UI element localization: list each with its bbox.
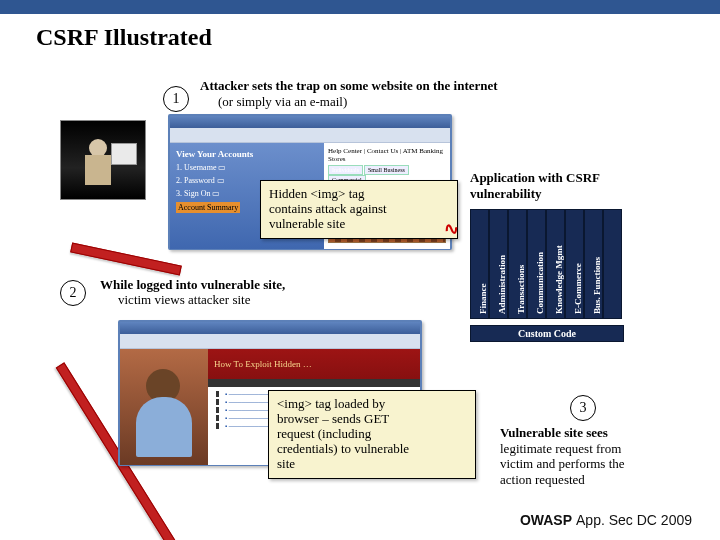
callout2-l3: request (including: [277, 427, 467, 442]
callout2-l5: site: [277, 457, 467, 472]
step-badge-2: 2: [60, 280, 86, 306]
slide-title: CSRF Illustrated: [36, 24, 212, 51]
step-badge-3: 3: [570, 395, 596, 421]
callout2-l2: browser – sends GET: [277, 412, 467, 427]
victim-photo: [120, 349, 208, 465]
step-2-line-2: victim views attacker site: [100, 293, 250, 308]
callout2-l4: credentials) to vulnerable: [277, 442, 467, 457]
step-3-line-1: Vulnerable site sees: [500, 425, 700, 441]
callout1-l1: Hidden <img> tag: [269, 187, 449, 202]
step-3-line-3: victim and performs the: [500, 456, 700, 472]
callout-hidden-img: Hidden <img> tag contains attack against…: [260, 180, 458, 239]
step-2-caption: While logged into vulnerable site, victi…: [100, 278, 340, 308]
step-1-line-2: (or simply via an e-mail): [200, 94, 600, 110]
connector-arrow-1: [70, 242, 182, 275]
exploit-banner: How To Exploit Hidden …: [208, 349, 420, 379]
step-3-caption: Vulnerable site sees legitimate request …: [500, 425, 700, 487]
step-badge-1: 1: [163, 86, 189, 112]
attacker-illustration: [60, 120, 146, 200]
step-3-line-4: action requested: [500, 472, 700, 488]
step-1-caption: Attacker sets the trap on some website o…: [200, 78, 600, 110]
bank-menu: Account Summary: [176, 202, 240, 213]
app-modules: Accounts Finance Administration Transact…: [470, 209, 670, 319]
squiggle-icon: ∿: [442, 218, 460, 241]
callout-img-load: <img> tag loaded by browser – sends GET …: [268, 390, 476, 479]
bank-tab-smallbiz: Small Business: [364, 165, 409, 175]
bank-tab-individuals: Individuals: [328, 165, 363, 175]
custom-code-block: Custom Code: [470, 325, 624, 342]
slide-topbar: [0, 0, 720, 14]
slide-footer: OWASPApp. Sec DC 2009: [520, 512, 692, 528]
step-1-line-1: Attacker sets the trap on some website o…: [200, 78, 600, 94]
footer-rest: App. Sec DC 2009: [576, 512, 692, 528]
application-column: Application with CSRF vulnerability Acco…: [470, 170, 670, 342]
footer-owasp: OWASP: [520, 512, 572, 528]
module-bus-functions: Bus. Functions: [603, 209, 622, 319]
bank-help-links: Help Center | Contact Us | ATM Banking S…: [328, 147, 446, 163]
callout1-l2: contains attack against: [269, 202, 449, 217]
bank-heading: View Your Accounts: [176, 149, 318, 159]
step-3-line-2: legitimate request from: [500, 441, 700, 457]
app-label: Application with CSRF vulnerability: [470, 170, 670, 201]
step-2-line-1: While logged into vulnerable site,: [100, 277, 285, 292]
callout2-l1: <img> tag loaded by: [277, 397, 467, 412]
callout1-l3: vulnerable site: [269, 217, 449, 232]
